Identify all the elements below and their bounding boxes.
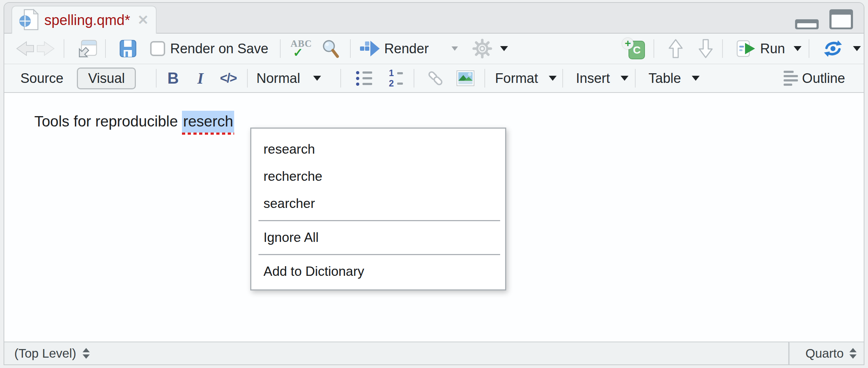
render-button[interactable]: Render xyxy=(384,41,429,56)
image-icon[interactable] xyxy=(457,70,474,86)
minimize-icon[interactable] xyxy=(795,19,819,29)
file-type-selector[interactable]: Quarto xyxy=(789,342,864,364)
show-in-new-window-icon[interactable] xyxy=(77,39,97,58)
format-menu-caret[interactable] xyxy=(549,76,557,81)
status-bar: (Top Level) Quarto xyxy=(4,342,864,364)
close-icon[interactable]: ✕ xyxy=(137,13,149,27)
table-menu[interactable]: Table xyxy=(648,71,681,86)
heading-text: Tools for reproducible xyxy=(34,113,182,130)
save-icon[interactable] xyxy=(119,40,137,58)
paragraph-style-dropdown[interactable]: Normal xyxy=(256,71,300,86)
main-toolbar: Render on Save ABC ✓ Render xyxy=(4,34,864,64)
divider xyxy=(340,69,341,88)
inline-code-button[interactable]: </> xyxy=(220,71,236,86)
spellcheck-context-menu: research recherche searcher Ignore All A… xyxy=(250,128,506,290)
outline-location-selector[interactable]: (Top Level) xyxy=(4,342,789,364)
divider xyxy=(562,69,563,88)
render-icon[interactable] xyxy=(360,40,380,57)
menu-divider xyxy=(258,220,500,221)
render-on-save-checkbox[interactable] xyxy=(150,41,165,56)
source-mode-button[interactable]: Source xyxy=(20,71,63,86)
sort-arrows-icon xyxy=(849,348,857,359)
menu-item-suggestion[interactable]: research xyxy=(251,136,505,163)
insert-code-chunk-icon[interactable]: C + xyxy=(622,38,645,59)
table-menu-caret[interactable] xyxy=(692,76,700,81)
render-dropdown-caret[interactable] xyxy=(452,46,458,51)
rerun-dropdown-caret[interactable] xyxy=(853,46,861,51)
document-heading: Tools for reproducible reserch xyxy=(34,113,234,130)
divider xyxy=(64,39,64,58)
tab-title: spelling.qmd* xyxy=(44,12,130,28)
divider xyxy=(809,39,809,58)
sort-arrows-icon xyxy=(83,348,90,359)
divider xyxy=(350,39,351,58)
paragraph-style-caret[interactable] xyxy=(313,76,321,81)
maximize-icon[interactable] xyxy=(829,9,853,29)
menu-item-suggestion[interactable]: searcher xyxy=(251,190,505,217)
tab-spelling-qmd[interactable]: spelling.qmd* ✕ xyxy=(11,6,157,34)
format-toolbar: Source Visual B I </> Normal 1 2 xyxy=(4,64,864,93)
file-type-label: Quarto xyxy=(805,346,844,360)
run-button[interactable]: Run xyxy=(760,41,785,56)
italic-button[interactable]: I xyxy=(197,69,203,88)
forward-icon[interactable] xyxy=(36,41,55,56)
window-controls xyxy=(795,9,853,29)
rerun-icon[interactable] xyxy=(823,40,843,57)
divider xyxy=(654,39,654,58)
menu-item-suggestion[interactable]: recherche xyxy=(251,163,505,190)
bold-button[interactable]: B xyxy=(167,69,179,87)
go-to-previous-chunk-icon[interactable] xyxy=(669,39,683,58)
back-icon[interactable] xyxy=(16,41,34,56)
divider xyxy=(484,69,485,88)
divider xyxy=(156,69,157,88)
divider xyxy=(635,69,636,88)
menu-item-ignore-all[interactable]: Ignore All xyxy=(251,224,505,251)
insert-menu[interactable]: Insert xyxy=(576,71,610,86)
tab-bar: spelling.qmd* ✕ xyxy=(4,3,864,34)
run-icon[interactable] xyxy=(736,40,756,58)
outline-toggle[interactable]: Outline xyxy=(802,71,845,86)
outline-icon[interactable] xyxy=(784,71,798,86)
misspelled-word-selection[interactable]: reserch xyxy=(182,111,234,133)
quarto-file-icon xyxy=(19,8,39,32)
gear-icon[interactable] xyxy=(472,39,492,59)
divider xyxy=(280,39,281,58)
search-icon[interactable] xyxy=(321,39,339,58)
numbered-list-icon[interactable]: 1 2 xyxy=(389,69,403,88)
gear-dropdown-caret[interactable] xyxy=(500,46,508,51)
visual-mode-button[interactable]: Visual xyxy=(77,68,136,89)
divider xyxy=(247,69,248,88)
bullet-list-icon[interactable] xyxy=(356,71,372,86)
outline-location-label: (Top Level) xyxy=(14,346,76,360)
run-dropdown-caret[interactable] xyxy=(794,46,802,51)
render-on-save-label: Render on Save xyxy=(170,41,268,56)
format-menu[interactable]: Format xyxy=(495,71,538,86)
divider xyxy=(722,39,723,58)
spellcheck-icon[interactable]: ABC ✓ xyxy=(291,39,312,59)
link-icon[interactable] xyxy=(426,69,444,87)
divider xyxy=(414,69,414,88)
menu-item-add-to-dictionary[interactable]: Add to Dictionary xyxy=(251,258,505,285)
divider xyxy=(105,39,106,58)
go-to-next-chunk-icon[interactable] xyxy=(699,39,713,58)
insert-menu-caret[interactable] xyxy=(621,76,628,81)
menu-divider xyxy=(258,254,500,255)
